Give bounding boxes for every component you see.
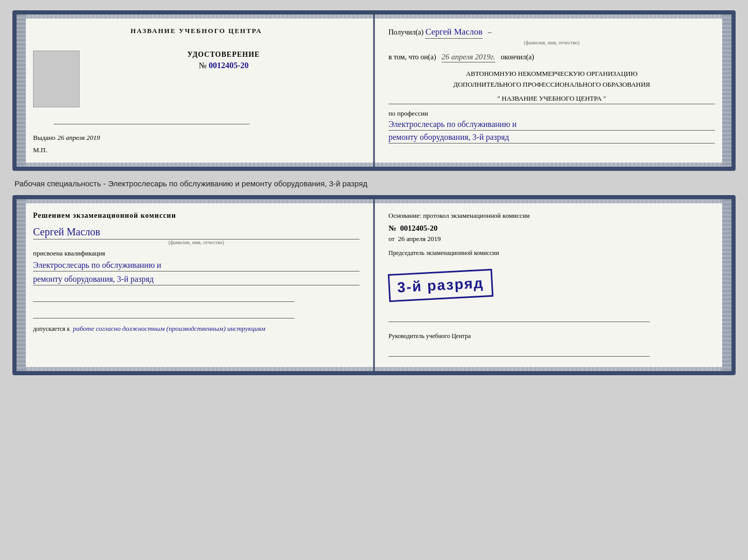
fio-label: (фамилия, имя, отчество) — [388, 40, 715, 45]
vydano-label: Выдано — [33, 134, 55, 141]
cert1-number: № 0012405-20 — [199, 61, 249, 70]
osnovanie-label: Основание: протокол экзаменационной коми… — [388, 212, 715, 220]
okончил-suffix: окончил(а) — [501, 53, 534, 61]
cert1-photo-area: УДОСТОВЕРЕНИЕ № 0012405-20 — [33, 51, 360, 107]
certificate-card-2: Решением экзаменационной комиссии Сергей… — [12, 195, 736, 375]
rukovoditel-signature — [388, 346, 650, 357]
vydano-date: 26 апреля 2019 — [57, 134, 100, 141]
stamp-block: 3-й разряд — [388, 269, 493, 302]
dopusk-text: работе согласно должностным (производств… — [73, 325, 265, 332]
cert2-name: Сергей Маслов — [33, 226, 360, 239]
udostoverenie-block: УДОСТОВЕРЕНИЕ № 0012405-20 — [33, 51, 360, 70]
rukovoditel-label: Руководитель учебного Центра — [388, 332, 715, 340]
mp-label: М.П. — [33, 146, 360, 154]
page-wrapper: НАЗВАНИЕ УЧЕБНОГО ЦЕНТРА УДОСТОВЕРЕНИЕ №… — [12, 10, 736, 375]
number-prefix: № — [199, 61, 207, 70]
org-name: " НАЗВАНИЕ УЧЕБНОГО ЦЕНТРА " — [388, 94, 715, 104]
right-strip — [722, 14, 731, 167]
predsedatel-signature — [388, 312, 650, 322]
predsedatel-label: Председатель экзаменационной комиссии — [388, 249, 715, 257]
poluchil-line: Получил(а) Сергей Маслов – (фамилия, имя… — [388, 27, 715, 45]
org-line1: АВТОНОМНУЮ НЕКОММЕРЧЕСКУЮ ОРГАНИЗАЦИЮ — [388, 69, 715, 79]
org-line2: ДОПОЛНИТЕЛЬНОГО ПРОФЕССИОНАЛЬНОГО ОБРАЗО… — [388, 79, 715, 90]
po-professii: по профессии — [388, 109, 715, 118]
poluchil-prefix: Получил(а) — [388, 28, 424, 36]
cert2-number: 0012405-20 — [400, 224, 438, 232]
recipient-name: Сергей Маслов — [425, 27, 482, 39]
resheniem-label: Решением экзаменационной комиссии — [33, 212, 360, 220]
vtom-line: в том, что он(а) 26 апреля 2019г. окончи… — [388, 53, 715, 62]
cert1-number-value: 0012405-20 — [209, 61, 248, 70]
ot-prefix: от — [388, 235, 395, 243]
protocol-number: № 0012405-20 — [388, 224, 715, 233]
cert1-left: НАЗВАНИЕ УЧЕБНОГО ЦЕНТРА УДОСТОВЕРЕНИЕ №… — [17, 14, 374, 167]
profession-line1: Электрослесарь по обслуживанию и — [388, 120, 715, 131]
qualification-line1: Электрослесарь по обслуживанию и — [33, 261, 360, 271]
udostoverenie-title: УДОСТОВЕРЕНИЕ — [33, 51, 360, 59]
certificate-card-1: НАЗВАНИЕ УЧЕБНОГО ЦЕНТРА УДОСТОВЕРЕНИЕ №… — [12, 10, 736, 171]
cert2-fio-label: (фамилия, имя, отчество) — [33, 239, 360, 245]
right-strip-2 — [722, 199, 731, 371]
description-text: Рабочая специальность - Электрослесарь п… — [14, 179, 736, 188]
cert1-center-title: НАЗВАНИЕ УЧЕБНОГО ЦЕНТРА — [33, 27, 360, 35]
dopuskaetsya-prefix: допускается к — [33, 325, 70, 332]
photo-placeholder — [33, 51, 80, 107]
signature-line-2 — [33, 308, 294, 318]
ot-date: от 26 апреля 2019 — [388, 235, 715, 243]
stamp-text: 3-й разряд — [397, 275, 484, 296]
org-block: АВТОНОМНУЮ НЕКОММЕРЧЕСКУЮ ОРГАНИЗАЦИЮ ДО… — [388, 69, 715, 90]
signature-line-1 — [33, 292, 294, 302]
cert2-right: Основание: протокол экзаменационной коми… — [374, 199, 731, 371]
vtom-prefix: в том, что он(а) — [388, 53, 436, 61]
profession-line2: ремонту оборудования, 3-й разряд — [388, 133, 715, 143]
cert2-ot-date: 26 апреля 2019 — [398, 235, 441, 243]
dopuskaetsya: допускается к работе согласно должностны… — [33, 325, 360, 333]
cert1-right: Получил(а) Сергей Маслов – (фамилия, имя… — [374, 14, 731, 167]
date-completed: 26 апреля 2019г. — [442, 53, 495, 62]
prisvoena-label: присвоена квалификация — [33, 249, 360, 258]
cert2-number-prefix: № — [388, 224, 396, 232]
qualification-line2: ремонту оборудования, 3-й разряд — [33, 275, 360, 285]
cert2-left: Решением экзаменационной комиссии Сергей… — [17, 199, 374, 371]
